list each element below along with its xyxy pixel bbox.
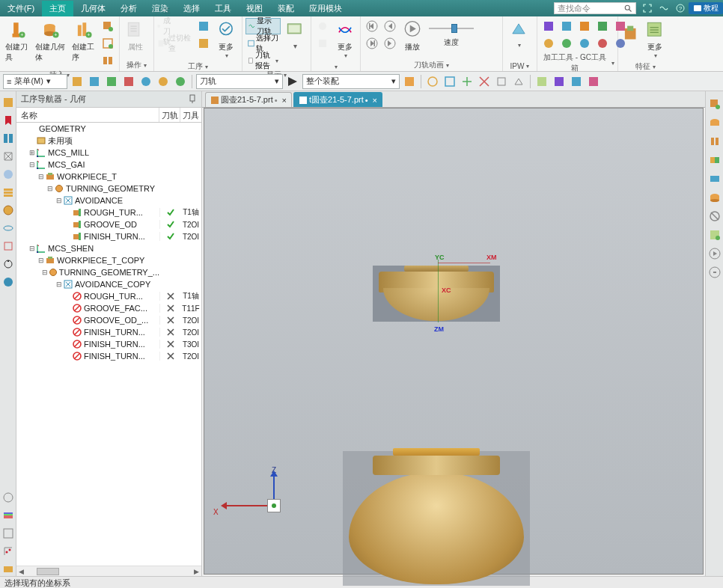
tb-icon-5[interactable] [138, 74, 153, 89]
tb-icon-d2[interactable] [552, 74, 567, 89]
tree-row[interactable]: ⊟WORKPIECE_T [16, 171, 201, 183]
tree-row[interactable]: FINISH_TURN...T2OI [16, 230, 201, 242]
fullscreen-icon[interactable] [639, 2, 656, 14]
chevron-down-icon[interactable]: ▾ [144, 62, 147, 69]
menu-tools[interactable]: 工具 [207, 1, 239, 16]
tree-twisty[interactable]: ⊟ [55, 281, 63, 288]
step-fwd-button[interactable] [382, 35, 398, 52]
right-strip-4[interactable] [708, 153, 722, 167]
left-strip-b1[interactable] [1, 491, 15, 504]
left-strip-b2[interactable] [1, 509, 15, 522]
show-toolpath-button[interactable]: 显示刀轨 [245, 18, 281, 34]
nav-col-tool[interactable]: 刀具 [180, 108, 201, 122]
chevron-down-icon[interactable]: ▾ [526, 63, 529, 70]
menu-appmodule[interactable]: 应用模块 [302, 1, 350, 16]
left-strip-3[interactable] [1, 132, 15, 145]
gc-4[interactable] [594, 18, 611, 34]
chevron-down-icon[interactable]: ▾ [446, 62, 449, 69]
left-strip-1[interactable] [1, 96, 15, 109]
file-tab-1[interactable]: 圆壶21-5-7.prt • × [205, 92, 292, 107]
left-strip-9[interactable] [1, 239, 15, 253]
wave-icon[interactable] [656, 2, 672, 14]
step-back-start-button[interactable] [364, 18, 380, 34]
display-style-button[interactable]: ▾ [282, 18, 308, 52]
right-strip-9[interactable] [708, 247, 722, 260]
triad-origin[interactable] [267, 499, 281, 512]
toolpath-report-button[interactable]: 刀轨报告▾ [245, 52, 281, 69]
chevron-down-icon[interactable]: ▾ [335, 64, 338, 70]
left-strip-b5[interactable] [1, 563, 15, 576]
tree-row[interactable]: GROOVE_OD_...T2OI [16, 314, 201, 326]
create-operation-button[interactable]: + 创建工序 [70, 18, 98, 64]
menu-view[interactable]: 视图 [239, 1, 270, 16]
help-icon[interactable]: ? [672, 2, 689, 14]
right-strip-2[interactable] [708, 116, 722, 129]
insert-small-2[interactable] [100, 35, 116, 52]
step-back-button[interactable] [382, 18, 398, 34]
op-small-b[interactable] [195, 35, 212, 52]
create-tool-button[interactable]: + 创建刀具 [3, 18, 31, 64]
tb-icon-6[interactable] [156, 74, 171, 89]
tree-row[interactable]: GROOVE_FAC...T11F [16, 302, 201, 314]
misc-more-button[interactable]: 更多▾ [332, 18, 358, 61]
left-strip-4[interactable] [1, 150, 15, 163]
tree-twisty[interactable]: ⊟ [42, 269, 49, 276]
tree-twisty[interactable]: ⊟ [37, 173, 45, 180]
menu-geometry[interactable]: 几何体 [73, 1, 113, 16]
gc-7[interactable] [558, 35, 575, 52]
tree-twisty[interactable]: ⊟ [46, 185, 54, 192]
graphics-canvas[interactable]: YC XM XC ZM Z X [204, 108, 704, 575]
right-strip-10[interactable] [708, 266, 722, 279]
left-strip-b3[interactable] [1, 527, 15, 540]
menu-combo[interactable]: ≡ 菜单(M)▾ [3, 74, 67, 89]
tb-icon-7[interactable] [173, 74, 188, 89]
chevron-down-icon[interactable]: ▾ [653, 64, 656, 70]
right-strip-3[interactable] [708, 135, 722, 148]
tree-row[interactable]: FINISH_TURN...T2OI [16, 350, 201, 362]
menu-select[interactable]: 选择 [176, 1, 207, 16]
tree-row[interactable]: ⊟TURNING_GEOMETRY_... [16, 266, 201, 278]
properties-button[interactable]: 属性 [123, 18, 148, 54]
tb-icon-1[interactable] [70, 74, 85, 89]
tree-row[interactable]: ⊟TURNING_GEOMETRY [16, 183, 201, 195]
left-strip-6[interactable] [1, 186, 15, 199]
tree-row[interactable]: ⊟MCS_GAI [16, 159, 201, 171]
view-triad[interactable]: Z X [213, 466, 288, 526]
tb-icon-4[interactable] [121, 74, 136, 89]
tb-icon-c4[interactable] [477, 74, 492, 89]
gc-1[interactable] [540, 18, 557, 34]
gc-8[interactable] [576, 35, 593, 52]
menu-file[interactable]: 文件(F) [0, 1, 42, 16]
chevron-down-icon[interactable]: ▾ [611, 60, 614, 67]
left-strip-5[interactable] [1, 168, 15, 181]
insert-small-3[interactable] [100, 52, 116, 69]
file-tab-2[interactable]: t圆壶21-5-7.prt • × [293, 92, 382, 107]
menu-assembly[interactable]: 装配 [270, 1, 302, 16]
left-strip-8[interactable] [1, 221, 15, 235]
feature-button[interactable] [621, 18, 641, 51]
tree-row[interactable]: ⊟AVOIDANCE_COPY [16, 278, 201, 290]
left-strip-2[interactable] [1, 114, 15, 127]
tree-row[interactable]: ⊞MCS_MILL [16, 147, 201, 159]
tb-icon-c3[interactable] [460, 74, 475, 89]
tb-icon-2[interactable] [87, 74, 102, 89]
step-fwd-start-button[interactable] [364, 35, 380, 52]
tb-icon-d1[interactable] [534, 74, 549, 89]
nav-col-path[interactable]: 刀轨 [159, 108, 180, 122]
tree-row[interactable]: FINISH_TURN...T2OI [16, 326, 201, 338]
close-tab-icon[interactable]: × [373, 96, 377, 105]
tb-icon-d3[interactable] [569, 74, 584, 89]
speed-slider[interactable]: 速度 [427, 18, 476, 49]
right-strip-5[interactable] [708, 172, 722, 186]
close-tab-icon[interactable]: × [282, 96, 287, 105]
tree-twisty[interactable]: ⊟ [28, 245, 36, 252]
menu-home[interactable]: 主页 [42, 1, 73, 16]
tutorial-button[interactable]: 教程 [689, 2, 723, 14]
tree-twisty[interactable]: ⊟ [28, 161, 36, 168]
tree-row[interactable]: ⊟AVOIDANCE [16, 195, 201, 206]
tree-row[interactable]: FINISH_TURN...T3OI [16, 338, 201, 350]
gc-9[interactable] [594, 35, 611, 52]
left-strip-11[interactable] [1, 275, 15, 289]
tree-row[interactable]: 未用项 [16, 135, 201, 147]
tb-icon-d4[interactable] [586, 74, 601, 89]
